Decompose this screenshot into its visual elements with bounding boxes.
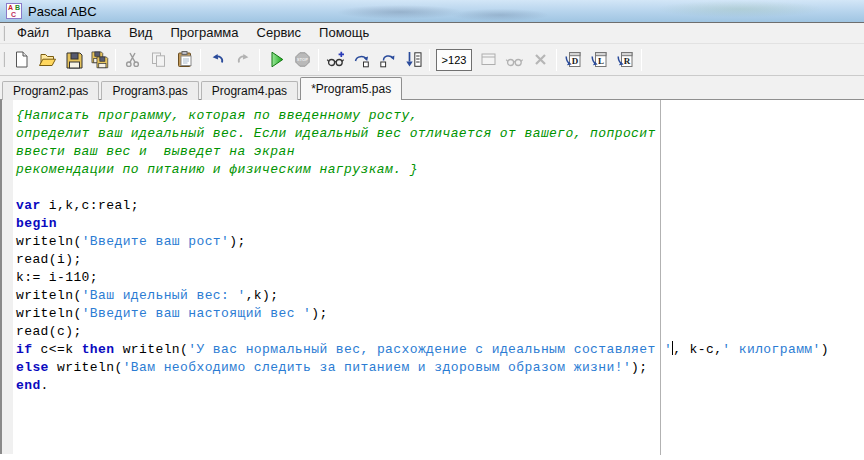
code-token-pl: . xyxy=(41,378,49,393)
add-watch-button[interactable] xyxy=(322,47,348,73)
tab-program4[interactable]: Program4.pas xyxy=(201,81,298,100)
save-all-button[interactable] xyxy=(86,47,112,73)
stop-sign-icon: STOP xyxy=(293,50,312,69)
app-logo-letter: A xyxy=(8,4,13,11)
undo-button[interactable] xyxy=(204,47,230,73)
toolbar-separator xyxy=(318,49,319,71)
step-out-arrow-icon xyxy=(378,50,397,69)
tab-program3[interactable]: Program3.pas xyxy=(101,81,198,100)
code-token-pl: writeln( xyxy=(49,360,123,375)
document-l-icon: L xyxy=(590,50,609,69)
code-token-kw: else xyxy=(16,360,49,375)
window-title: Pascal ABC xyxy=(28,4,97,19)
svg-text:R: R xyxy=(623,56,630,66)
menu-edit[interactable]: Правка xyxy=(58,23,120,43)
code-token-str: 'У вас нормальный вес, расхождение с иде… xyxy=(188,342,672,357)
code-token-str: 'Введите ваш рост' xyxy=(82,234,230,249)
new-file-button[interactable] xyxy=(8,47,34,73)
floppy-disks-icon xyxy=(90,50,109,69)
clipboard-icon xyxy=(175,50,194,69)
copy-pages-icon xyxy=(149,50,168,69)
code-editor[interactable]: {Написать программу, которая по введенно… xyxy=(0,100,864,460)
tab-program5[interactable]: *Program5.pas xyxy=(300,77,402,100)
open-file-button[interactable] xyxy=(34,47,60,73)
floppy-disk-icon xyxy=(64,50,83,69)
code-token-pl: read(c); xyxy=(16,324,82,339)
code-line: рекомендации по питанию и физическим наг… xyxy=(16,161,829,179)
numbers-format-button[interactable]: >123 xyxy=(436,49,472,71)
menu-bar: ФайлПравкаВидПрограммаСервисПомощь xyxy=(0,23,864,44)
scissors-icon xyxy=(123,50,142,69)
menu-view[interactable]: Вид xyxy=(120,23,162,43)
menu-program[interactable]: Программа xyxy=(161,23,247,43)
code-token-pl: c<=k xyxy=(32,342,81,357)
code-token-str: 'Введите ваш настоящий вес ' xyxy=(82,306,312,321)
code-token-kw: if xyxy=(16,342,32,357)
pascal-abc-window: ABC Pascal ABC ФайлПравкаВидПрограммаСер… xyxy=(0,0,864,460)
code-token-str: ' килограмм' xyxy=(722,342,820,357)
code-token-com: рекомендации по питанию и физическим наг… xyxy=(16,162,418,177)
code-token-com: ввести ваш вес и выведет на экран xyxy=(16,144,295,159)
tab-bar: Program2.pasProgram3.pasProgram4.pas*Pro… xyxy=(0,76,864,100)
toolbar: STOP>123DLR xyxy=(0,44,864,76)
app-logo-letter: C xyxy=(11,11,16,18)
document-r-icon: R xyxy=(616,50,635,69)
code-token-str: 'Ваш идельный вес: ' xyxy=(82,288,246,303)
code-token-kw: begin xyxy=(16,216,57,231)
code-line: else writeln('Вам необходимо следить за … xyxy=(16,359,829,377)
watch-window-button[interactable] xyxy=(501,47,527,73)
code-token-pl: , k-c, xyxy=(673,342,722,357)
window-icon xyxy=(479,50,498,69)
console-window-button[interactable] xyxy=(475,47,501,73)
paste-button[interactable] xyxy=(171,47,197,73)
delete-watch-button[interactable] xyxy=(527,47,553,73)
arrow-to-document-icon xyxy=(404,50,423,69)
menu-file[interactable]: Файл xyxy=(8,23,58,43)
code-token-pl: read(i); xyxy=(16,252,82,267)
title-bar[interactable]: ABC Pascal ABC xyxy=(0,0,864,23)
copy-button[interactable] xyxy=(145,47,171,73)
code-token-pl: ) xyxy=(821,342,829,357)
code-line: writeln('Введите ваш рост'); xyxy=(16,233,829,251)
cut-button[interactable] xyxy=(119,47,145,73)
module-l-button[interactable]: L xyxy=(586,47,612,73)
run-button[interactable] xyxy=(263,47,289,73)
step-over-button[interactable] xyxy=(348,47,374,73)
code-token-kw: then xyxy=(82,342,115,357)
code-token-pl: writeln( xyxy=(16,306,82,321)
code-line: writeln('Ваш идельный вес: ',k); xyxy=(16,287,829,305)
code-area[interactable]: {Написать программу, которая по введенно… xyxy=(13,100,829,460)
tab-program2[interactable]: Program2.pas xyxy=(2,81,99,100)
menu-help[interactable]: Помощь xyxy=(310,23,378,43)
toolbar-grip-handle[interactable] xyxy=(3,52,5,67)
app-logo-icon: ABC xyxy=(6,3,22,19)
toolbar-separator xyxy=(429,49,430,71)
code-token-pl: writeln( xyxy=(114,342,188,357)
code-line: определит ваш идеальный вес. Если идеаль… xyxy=(16,125,829,143)
stop-button[interactable]: STOP xyxy=(289,47,315,73)
code-token-kw: var xyxy=(16,198,41,213)
glasses-plus-icon xyxy=(326,50,345,69)
svg-text:D: D xyxy=(571,56,578,66)
code-token-pl: ); xyxy=(229,234,245,249)
run-to-cursor-button[interactable] xyxy=(400,47,426,73)
step-out-button[interactable] xyxy=(374,47,400,73)
menu-service[interactable]: Сервис xyxy=(248,23,311,43)
code-line: end. xyxy=(16,377,829,395)
open-folder-icon xyxy=(38,50,57,69)
module-d-button[interactable]: D xyxy=(560,47,586,73)
app-logo-letter: B xyxy=(15,4,20,11)
code-line: writeln('Введите ваш настоящий вес '); xyxy=(16,305,829,323)
save-file-button[interactable] xyxy=(60,47,86,73)
module-r-button[interactable]: R xyxy=(612,47,638,73)
code-token-com: определит ваш идеальный вес. Если идеаль… xyxy=(16,126,656,141)
code-line: if c<=k then writeln('У вас нормальный в… xyxy=(16,341,829,359)
code-token-pl: k:= i-110; xyxy=(16,270,98,285)
code-line: k:= i-110; xyxy=(16,269,829,287)
toolbar-separator xyxy=(641,49,642,71)
code-token-pl: i,k,c:real; xyxy=(41,198,139,213)
code-token-kw: end xyxy=(16,378,41,393)
menubar-grip-handle[interactable] xyxy=(3,26,5,41)
step-over-arrow-icon xyxy=(352,50,371,69)
redo-button[interactable] xyxy=(230,47,256,73)
